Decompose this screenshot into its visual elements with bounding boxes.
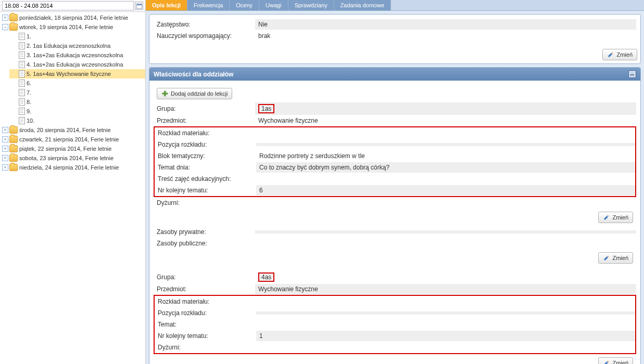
value-nr-2: 1 xyxy=(256,331,635,341)
main-content: Opis lekcji Frekwencja Oceny Uwagi Spraw… xyxy=(146,0,644,364)
resources-block: Zasoby prywatne: Zasoby publiczne: xyxy=(154,226,636,249)
tree-day-sun[interactable]: +niedziela, 24 sierpnia 2014, Ferie letn… xyxy=(0,163,145,172)
tree-lesson-2[interactable]: 2. 1as Edukacja wczesnoszkolna xyxy=(9,41,145,50)
folder-icon xyxy=(9,164,18,171)
value-zasoby-pryw xyxy=(255,230,636,233)
tree-day-thu[interactable]: +czwartek, 21 sierpnia 2014, Ferie letni… xyxy=(0,135,145,144)
expand-icon[interactable]: + xyxy=(2,15,8,21)
label-temat-dnia: Temat dnia: xyxy=(155,162,256,173)
value-temat-dnia-1: Co to znaczy być dobrym synem, dobrą cór… xyxy=(256,162,635,173)
tree-day-fri[interactable]: +piątek, 22 sierpnia 2014, Ferie letnie xyxy=(0,144,145,153)
page-icon xyxy=(19,117,25,124)
collapse-icon[interactable]: − xyxy=(2,24,8,30)
value-przedmiot-2: Wychowanie fizyczne xyxy=(255,284,636,294)
value-nr-1: 6 xyxy=(256,185,635,196)
tree-lesson-5[interactable]: 5. 1as+4as Wychowanie fizyczne xyxy=(9,69,145,79)
label-dyzurni: Dyżurni: xyxy=(155,342,256,353)
tree-lesson-4[interactable]: 4. 1as+2as Edukacja wczesnoszkolna xyxy=(9,60,145,69)
label-temat: Temat: xyxy=(155,319,256,330)
folder-icon xyxy=(9,145,18,152)
label-pozycja: Pozycja rozkładu: xyxy=(155,139,256,150)
tab-sprawdziany[interactable]: Sprawdziany xyxy=(288,0,334,10)
panel-header: Właściwości dla oddziałów ︽ xyxy=(149,68,640,81)
label-zastepstwo: Zastępstwo: xyxy=(154,19,255,30)
label-grupa: Grupa: xyxy=(154,103,255,114)
label-zasoby-pryw: Zasoby prywatne: xyxy=(154,227,255,237)
expand-icon[interactable]: + xyxy=(2,127,8,133)
tree-day-sat[interactable]: +sobota, 23 sierpnia 2014, Ferie letnie xyxy=(0,153,145,163)
pencil-icon xyxy=(607,51,614,58)
tree-lesson-6[interactable]: 6. xyxy=(9,79,145,88)
expand-icon[interactable]: + xyxy=(2,146,8,152)
svg-rect-3 xyxy=(140,3,141,4)
folder-icon xyxy=(9,23,18,31)
folder-icon xyxy=(9,14,18,21)
add-class-button[interactable]: ✚Dodaj oddział do lekcji xyxy=(157,88,232,99)
page-icon xyxy=(19,33,25,40)
change-button[interactable]: Zmień xyxy=(598,357,633,364)
change-button[interactable]: Zmień xyxy=(598,252,633,264)
label-tresc: Treść zajęć edukacyjnych: xyxy=(155,174,256,184)
lesson-general-panel: Zastępstwo:Nie Nauczyciel wspomagający:b… xyxy=(149,14,641,64)
tab-oceny[interactable]: Oceny xyxy=(230,0,259,10)
tree-lesson-1[interactable]: 1. xyxy=(9,32,145,41)
tree-lesson-3[interactable]: 3. 1as+2as Edukacja wczesnoszkolna xyxy=(9,50,145,60)
panel-title: Właściwości dla oddziałów xyxy=(154,71,233,78)
label-przedmiot: Przedmiot: xyxy=(154,115,255,126)
value-grupa-1: 1as xyxy=(255,102,636,115)
tree-day-mon[interactable]: + poniedziałek, 18 sierpnia 2014, Ferie … xyxy=(0,13,145,22)
label-dyzurni: Dyżurni: xyxy=(154,198,255,208)
label-nr: Nr kolejny tematu: xyxy=(155,331,256,341)
folder-icon xyxy=(9,126,18,134)
tree-lesson-10[interactable]: 10. xyxy=(9,116,145,125)
page-icon xyxy=(19,98,25,106)
svg-rect-2 xyxy=(137,3,138,4)
expand-icon[interactable]: + xyxy=(2,164,8,171)
expand-icon[interactable]: + xyxy=(2,155,8,161)
tabs: Opis lekcji Frekwencja Oceny Uwagi Spraw… xyxy=(146,0,644,11)
pencil-icon xyxy=(603,359,610,364)
calendar-icon[interactable] xyxy=(135,2,143,10)
expand-icon[interactable]: + xyxy=(2,136,8,142)
value-blok-1: Rodzinne portrety z serduszkiem w tle xyxy=(256,151,635,161)
tab-frekwencja[interactable]: Frekwencja xyxy=(187,0,230,10)
chevron-up-icon[interactable]: ︽ xyxy=(628,70,636,78)
label-rozklad: Rozkład materiału: xyxy=(155,128,256,138)
label-rozklad: Rozkład materiału: xyxy=(155,296,256,307)
label-zasoby-pub: Zasoby publiczne: xyxy=(154,238,255,249)
tree-lesson-7[interactable]: 7. xyxy=(9,88,145,97)
page-icon xyxy=(19,89,25,96)
page-icon xyxy=(19,61,25,68)
tree-lesson-8[interactable]: 8. xyxy=(9,97,145,107)
pencil-icon xyxy=(603,214,610,221)
tab-uwagi[interactable]: Uwagi xyxy=(259,0,288,10)
page-icon xyxy=(19,51,25,59)
group-2-block: Grupa:4as Przedmiot:Wychowanie fizyczne … xyxy=(154,271,636,354)
sidebar: + poniedziałek, 18 sierpnia 2014, Ferie … xyxy=(0,0,146,364)
value-nauczyciel-wsp: brak xyxy=(255,31,636,41)
page-icon xyxy=(19,70,25,77)
group-1-block: Grupa:1as Przedmiot:Wychowanie fizyczne … xyxy=(154,102,636,209)
tab-zadania-domowe[interactable]: Zadania domowe xyxy=(334,0,391,10)
tree-day-tue[interactable]: − wtorek, 19 sierpnia 2014, Ferie letnie xyxy=(0,22,145,32)
value-pozycja-1 xyxy=(256,143,635,146)
value-pozycja-2 xyxy=(256,311,635,315)
tab-opis-lekcji[interactable]: Opis lekcji xyxy=(146,0,187,10)
date-range-picker xyxy=(0,0,145,12)
class-properties-panel: Właściwości dla oddziałów ︽ ✚Dodaj oddzi… xyxy=(149,67,641,364)
value-zasoby-pub xyxy=(255,242,636,245)
date-range-input[interactable] xyxy=(2,1,134,10)
tree-day-wed[interactable]: +środa, 20 sierpnia 2014, Ferie letnie xyxy=(0,125,145,135)
pencil-icon xyxy=(603,254,610,262)
value-temat-2 xyxy=(256,323,635,326)
label-przedmiot: Przedmiot: xyxy=(154,284,255,294)
label-grupa: Grupa: xyxy=(154,272,255,282)
change-button[interactable]: Zmień xyxy=(602,49,637,60)
lesson-tree: + poniedziałek, 18 sierpnia 2014, Ferie … xyxy=(0,12,145,173)
label-blok: Blok tematyczny: xyxy=(155,151,256,161)
value-przedmiot-1: Wychowanie fizyczne xyxy=(255,115,636,126)
label-nr: Nr kolejny tematu: xyxy=(155,185,256,196)
value-zastepstwo: Nie xyxy=(255,19,636,30)
change-button[interactable]: Zmień xyxy=(598,212,633,223)
tree-lesson-9[interactable]: 9. xyxy=(9,107,145,116)
